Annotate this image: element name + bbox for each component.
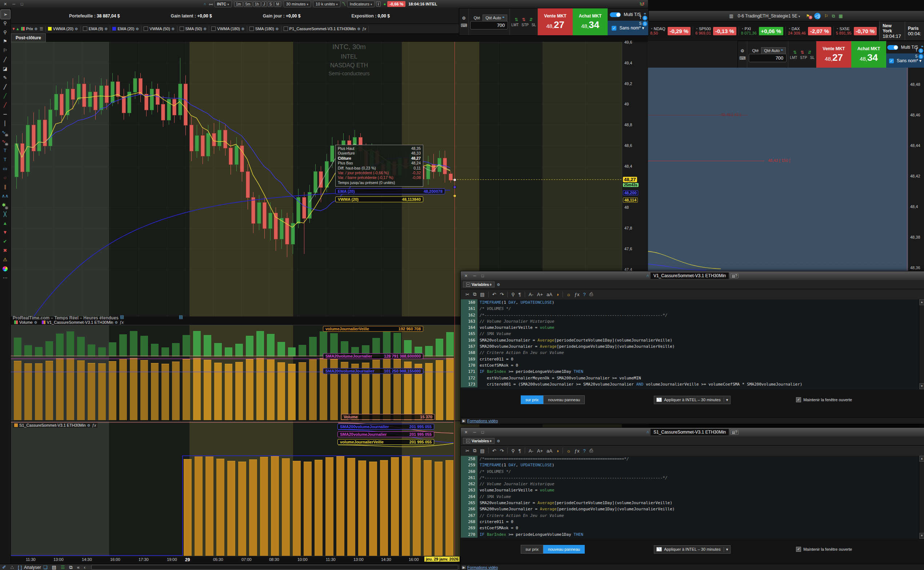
legend-item-7[interactable]: P1_CassureSommet-V3.1 ETH30Min⚙ƒx	[283, 26, 369, 32]
window-controls[interactable]: ✕ ─ □	[0, 2, 26, 6]
font-case-icon[interactable]: aA	[546, 292, 552, 297]
hline-tool-icon[interactable]: ─	[0, 109, 10, 119]
save-icon[interactable]: ▥	[729, 14, 733, 18]
chevron-icon[interactable]: ‹	[84, 565, 86, 570]
rect-tool-icon[interactable]: ▭	[0, 164, 10, 173]
keep-open-checkbox[interactable]: ✓	[796, 547, 801, 552]
quantity-input[interactable]	[749, 54, 786, 62]
keep-open-checkbox[interactable]: ✓	[796, 397, 801, 402]
chart-window-icon[interactable]: ⧉	[69, 565, 72, 570]
formations-video-link[interactable]: Formations vidéo	[467, 419, 498, 423]
price-axis[interactable]: 49,649,449,24948,848,648,44847,847,647,4…	[622, 42, 649, 271]
list-icon[interactable]: ☰	[61, 565, 65, 570]
multi-ts-toggle[interactable]	[610, 12, 621, 17]
tf-button-S[interactable]: S	[268, 2, 274, 7]
note-icon[interactable]: ▤	[179, 314, 183, 319]
new-panel-button[interactable]: nouveau panneau	[543, 395, 585, 404]
symbol-select[interactable]: INTC▾	[214, 1, 232, 7]
warning-tool-icon[interactable]: ⚠	[0, 255, 10, 264]
doc-icon[interactable]: ▤	[52, 565, 56, 570]
triangle-pattern-tool-icon[interactable]: ∧∧	[0, 192, 10, 201]
doc-help-icon[interactable]: ▤?	[730, 430, 739, 435]
code-area[interactable]: 160TIMEFRAME(1 DAY, UPDATEONCLOSE)161/* …	[461, 299, 919, 389]
grid-icon[interactable]: ▦	[838, 14, 843, 18]
legend-item-1[interactable]: EMA (9)⚙	[82, 26, 110, 32]
stp-icon[interactable]: ⇅	[522, 17, 525, 22]
volume-legend[interactable]: Volume⚙	[13, 320, 39, 325]
wrench-icon[interactable]: ⚙	[105, 27, 108, 31]
buy-market-button[interactable]: Achat MKT48,34	[851, 41, 886, 68]
check-tool-icon[interactable]: ✔	[0, 237, 10, 246]
keyboard-icon[interactable]: ⌨	[461, 23, 467, 28]
multi-ts-toggle[interactable]	[887, 45, 898, 50]
font-case-icon[interactable]: aA	[546, 448, 552, 454]
channel-tool-icon[interactable]: ∥	[0, 182, 10, 192]
sell-market-button[interactable]: Vente MKT48,27	[816, 41, 851, 68]
s1-indicator-legend[interactable]: S1_CassureSommet-V3.1 ETH30Min⚙ƒx	[13, 423, 98, 428]
vline-tool-icon[interactable]: │	[0, 119, 10, 128]
arrow-down-tool-icon[interactable]: ▼	[0, 228, 10, 237]
cut-icon[interactable]: ✂	[465, 292, 470, 297]
wrench-icon[interactable]: ⚙	[203, 27, 207, 31]
ia-pattern-tool-icon[interactable]: ∿IA	[0, 128, 10, 137]
font-larger-icon[interactable]: A+	[537, 292, 543, 297]
fx-icon[interactable]: ƒx	[119, 320, 124, 325]
legend-item-0[interactable]: VWMA (20)⚙	[47, 26, 81, 32]
alert-add-icon[interactable]: ⚐	[825, 14, 828, 18]
line-tool-icon[interactable]: ╱	[0, 82, 10, 91]
brackets-icon[interactable]: [ ]	[18, 565, 22, 570]
chat-icon[interactable]: ❏	[43, 565, 47, 570]
arrows-icon[interactable]: ▲	[15, 26, 20, 31]
share-icon[interactable]: ∴	[11, 565, 14, 570]
editor-scrollbar[interactable]: ▲▼	[919, 456, 924, 539]
sl-icon[interactable]: ⇵	[529, 17, 533, 22]
lmt-icon[interactable]: ⇅	[514, 17, 518, 22]
pen-tool-icon[interactable]: ✎	[0, 73, 10, 82]
qty-tab[interactable]: Qté	[471, 15, 483, 21]
redo-icon[interactable]: ↷	[500, 448, 503, 454]
fx-icon[interactable]: ƒx	[575, 448, 580, 454]
help-icon[interactable]: ?	[583, 448, 586, 454]
fx-icon[interactable]: ƒx	[362, 26, 366, 31]
alert-tool-icon[interactable]: ⚐	[0, 46, 10, 55]
sl-icon[interactable]: ⇵	[808, 50, 811, 55]
legend-item-4[interactable]: SMA (50)⚙	[179, 26, 210, 32]
time-axis[interactable]: 11:3013:0014:3016:0017:3019:002905:3007:…	[11, 556, 462, 564]
stp-icon[interactable]: ⇅	[800, 50, 804, 55]
editor-window-controls[interactable]: ✕ ─ □	[461, 430, 486, 435]
legend-item-5[interactable]: VWMA (180)⚙	[211, 26, 247, 32]
help-icon[interactable]: ?	[583, 292, 586, 297]
wrench-icon[interactable]: ⚙	[242, 27, 245, 31]
hint-icon[interactable]: ☼	[566, 448, 571, 454]
units-select[interactable]: 10 k unités▾	[313, 1, 340, 7]
cross-lines-tool-icon[interactable]: ╳	[0, 210, 10, 219]
legend-item-3[interactable]: VWMA (50)⚙	[143, 26, 177, 32]
text-tool-icon[interactable]: T	[0, 146, 10, 155]
text-bubble-tool-icon[interactable]: T	[0, 155, 10, 164]
tf-button-1m[interactable]: 1m	[234, 2, 243, 7]
wrench-icon[interactable]: ⚙	[75, 27, 78, 31]
indicators-menu[interactable]: Indicateurs▾	[347, 1, 375, 7]
tab-variables[interactable]: −Variables0	[463, 282, 494, 287]
arrows-icon[interactable]: ▼	[12, 26, 15, 31]
indicator-chart-icon[interactable]: 〽	[342, 2, 346, 6]
qty-auto-tab[interactable]: Qté Auto ❝	[483, 15, 507, 21]
ticker-SX5E[interactable]: ◔ SX5E5 891,95-0,70 %	[834, 26, 880, 35]
buy-market-button[interactable]: Achat MKT48,34	[573, 8, 607, 35]
copy-icon[interactable]: ⧉	[473, 448, 476, 454]
wrench-icon[interactable]: ⚙	[275, 27, 279, 31]
keyboard-icon[interactable]: ⌨	[739, 56, 745, 61]
font-smaller-icon[interactable]: A-	[529, 448, 534, 454]
price-legend-item[interactable]: ▼▲Prix⚙☰	[11, 26, 46, 32]
ticker-PXI[interactable]: ◔ PXI8 071,36+0,06 %	[739, 26, 786, 35]
timeframe-select[interactable]: 30 minutes▾	[284, 1, 311, 7]
paste-icon[interactable]: ▤	[480, 448, 484, 454]
tf-button-1h[interactable]: 1h	[253, 2, 261, 7]
paste-icon[interactable]: ▤	[480, 292, 484, 297]
status-scroll-area[interactable]	[91, 565, 458, 570]
cross-tool-icon[interactable]: ✖	[0, 246, 10, 255]
search-icon[interactable]: ⚲	[511, 292, 515, 297]
tab-variables[interactable]: −Variables0	[463, 438, 494, 444]
qty-tab[interactable]: Qté	[750, 48, 762, 54]
palette-icon[interactable]: ◑	[556, 448, 559, 454]
